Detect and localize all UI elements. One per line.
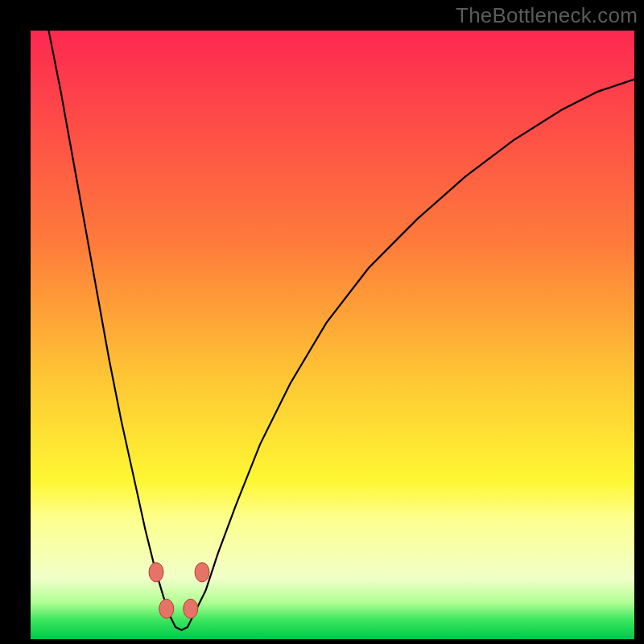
plot-area [31, 31, 634, 639]
curve-marker [159, 599, 174, 618]
curve-marker [195, 563, 209, 582]
watermark-label: TheBottleneck.com [456, 3, 638, 28]
curve-marker [149, 563, 163, 582]
chart-frame: TheBottleneck.com [0, 0, 644, 644]
curve-marker [184, 599, 198, 618]
chart-svg [31, 31, 634, 639]
